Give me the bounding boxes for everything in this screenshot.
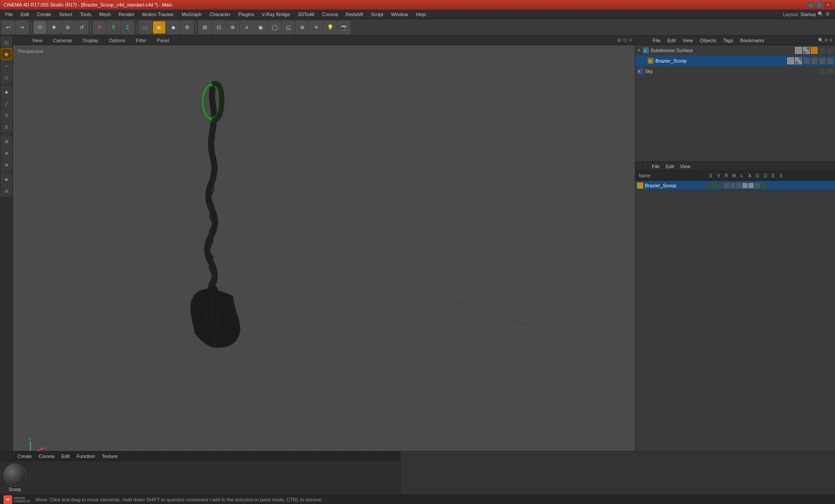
move-tool-button[interactable]: ✚ xyxy=(47,21,60,34)
obj-row-sky[interactable]: K Sky xyxy=(635,66,835,76)
mat-menu-corona[interactable]: Corona xyxy=(37,454,56,459)
minimize-button[interactable]: ─ xyxy=(807,2,814,8)
obj-menu-bookmarks[interactable]: Bookmarks xyxy=(738,38,766,43)
render-button[interactable]: ▶ xyxy=(153,21,166,34)
sidebar-line-btn[interactable]: ╱ xyxy=(1,98,12,109)
interactive-render-button[interactable]: ◆ xyxy=(167,21,180,34)
obj-menu-file[interactable]: File xyxy=(651,38,662,43)
maximize-button[interactable]: □ xyxy=(816,2,823,8)
menu-mograph[interactable]: MoGraph xyxy=(178,11,205,18)
menu-script[interactable]: Script xyxy=(367,11,387,18)
menu-redshift[interactable]: Redshift xyxy=(342,11,367,18)
sidebar-select-btn[interactable]: ◱ xyxy=(1,36,12,48)
menu-mesh[interactable]: Mesh xyxy=(96,11,114,18)
nurbs-button[interactable]: ◱ xyxy=(282,21,295,34)
menu-motion-tracker[interactable]: Motion Tracker xyxy=(139,11,177,18)
z-axis-button[interactable]: Z xyxy=(121,21,134,34)
x-axis-button[interactable]: X xyxy=(93,21,106,34)
close-obj-icon[interactable]: ✕ xyxy=(829,38,832,43)
mat-menu-function[interactable]: Function xyxy=(75,454,97,459)
menu-create[interactable]: Create xyxy=(33,11,55,18)
attr-row-brazier[interactable]: Brazier_Scoop xyxy=(635,181,835,190)
frame-all-button[interactable]: ⊡ xyxy=(212,21,225,34)
settings-icon[interactable]: ⚙ xyxy=(825,11,830,17)
sidebar-object-btn[interactable]: ▣ xyxy=(1,48,12,60)
viewport-expand-icon[interactable]: ⊞ xyxy=(617,37,621,43)
viewport-lock-icon[interactable]: ⊙ xyxy=(623,37,627,43)
viewport-tab-panel[interactable]: Panel xyxy=(154,37,173,44)
sidebar-move-btn[interactable]: ◆ xyxy=(1,86,12,97)
scale-tool-button[interactable]: ⊕ xyxy=(61,21,74,34)
attr-menu-file[interactable]: File xyxy=(650,164,661,169)
menu-3dtoall[interactable]: 3DToAll xyxy=(294,11,318,18)
search-icon[interactable]: 🔍 xyxy=(818,11,824,17)
menu-tools[interactable]: Tools xyxy=(77,11,95,18)
deformer-button[interactable]: ⊕ xyxy=(296,21,309,34)
grid-button[interactable]: ≡ xyxy=(240,21,253,34)
obj-menu-view[interactable]: View xyxy=(681,38,695,43)
effector-button[interactable]: ☀ xyxy=(310,21,323,34)
obj-collapse-icon[interactable]: ▼ xyxy=(637,48,641,53)
sidebar-spline-btn[interactable]: ○ xyxy=(1,60,12,71)
col-r: R xyxy=(722,173,730,178)
sidebar-deform-btn[interactable]: ⊘ xyxy=(1,185,12,196)
render-settings-button[interactable]: ⚙ xyxy=(180,21,194,34)
frame-selected-button[interactable]: ⊞ xyxy=(198,21,211,34)
sidebar-poly-btn[interactable]: ⬡ xyxy=(1,72,12,83)
sidebar-sculpt-btn[interactable]: S xyxy=(1,121,12,133)
y-axis-button[interactable]: Y xyxy=(107,21,120,34)
mat-menu-create[interactable]: Create xyxy=(16,454,33,459)
menu-select[interactable]: Select xyxy=(56,11,76,18)
menu-edit[interactable]: Edit xyxy=(17,11,33,18)
viewport-tab-cameras[interactable]: Cameras xyxy=(50,37,76,44)
viewport-tab-view[interactable]: View xyxy=(29,37,46,44)
redo-button[interactable]: ↪ xyxy=(16,21,29,34)
menu-window[interactable]: Window xyxy=(387,11,411,18)
viewport-canvas[interactable]: Perspective Grid Spacing : 10 cm X Y Z xyxy=(13,45,635,468)
sidebar-grid-btn[interactable]: ⊞ xyxy=(1,136,12,147)
menu-render[interactable]: Render xyxy=(115,11,138,18)
layout-value: Startup xyxy=(801,12,816,17)
spline-button[interactable]: ◯ xyxy=(268,21,281,34)
mat-menu-edit[interactable]: Edit xyxy=(60,454,71,459)
snap-button[interactable]: ⊗ xyxy=(226,21,239,34)
svg-text:S: S xyxy=(644,49,646,52)
object-mode-button[interactable]: □ xyxy=(139,21,152,34)
material-bar: ⋮⋮ Create Corona Edit Function Texture S… xyxy=(0,451,400,494)
attr-menu-view[interactable]: View xyxy=(678,164,692,169)
sidebar-add-btn[interactable]: ⊕ xyxy=(1,147,12,159)
material-preview[interactable]: Scoop xyxy=(3,464,26,492)
undo-button[interactable]: ↩ xyxy=(2,21,15,34)
settings-icon[interactable]: ⚙ xyxy=(824,38,828,43)
sidebar-curve-btn[interactable]: ◈ xyxy=(1,173,12,185)
menu-plugins[interactable]: Plugins xyxy=(235,11,257,18)
perspective-label: Perspective xyxy=(18,49,43,54)
sidebar-remove-btn[interactable]: ⊗ xyxy=(1,159,12,170)
menu-character[interactable]: Character xyxy=(206,11,234,18)
attr-menu-edit[interactable]: Edit xyxy=(664,164,676,169)
sidebar-arc-btn[interactable]: ⊙ xyxy=(1,109,12,121)
obj-manager-icons: 🔍 ⚙ ✕ xyxy=(818,38,832,43)
viewport-tab-options[interactable]: Options xyxy=(105,37,129,44)
obj-menu-objects[interactable]: Objects xyxy=(698,38,718,43)
rotate-tool-button[interactable]: ↺ xyxy=(75,21,88,34)
viewport-close-icon[interactable]: ✕ xyxy=(628,37,632,43)
light-button[interactable]: 💡 xyxy=(324,21,337,34)
close-button[interactable]: ✕ xyxy=(825,2,832,8)
camera-button[interactable]: 📷 xyxy=(337,21,351,34)
svg-line-3 xyxy=(75,278,367,468)
obj-row-brazier[interactable]: M Brazier_Scoop xyxy=(635,56,835,66)
mat-menu-texture[interactable]: Texture xyxy=(100,454,119,459)
menu-file[interactable]: File xyxy=(2,11,17,18)
search-icon[interactable]: 🔍 xyxy=(818,38,823,43)
obj-menu-edit[interactable]: Edit xyxy=(666,38,678,43)
obj-row-subdiv[interactable]: ▼ S Subdivision Surface xyxy=(635,45,835,56)
menu-vray[interactable]: V-Ray Bridge xyxy=(258,11,294,18)
viewport-tab-display[interactable]: Display xyxy=(79,37,102,44)
viewport-tab-filter[interactable]: Filter xyxy=(132,37,150,44)
menu-corona[interactable]: Corona xyxy=(319,11,341,18)
select-tool-button[interactable]: ⊙ xyxy=(33,21,47,34)
obj-menu-tags[interactable]: Tags xyxy=(721,38,735,43)
primitives-button[interactable]: ◉ xyxy=(254,21,267,34)
menu-help[interactable]: Help xyxy=(412,11,429,18)
